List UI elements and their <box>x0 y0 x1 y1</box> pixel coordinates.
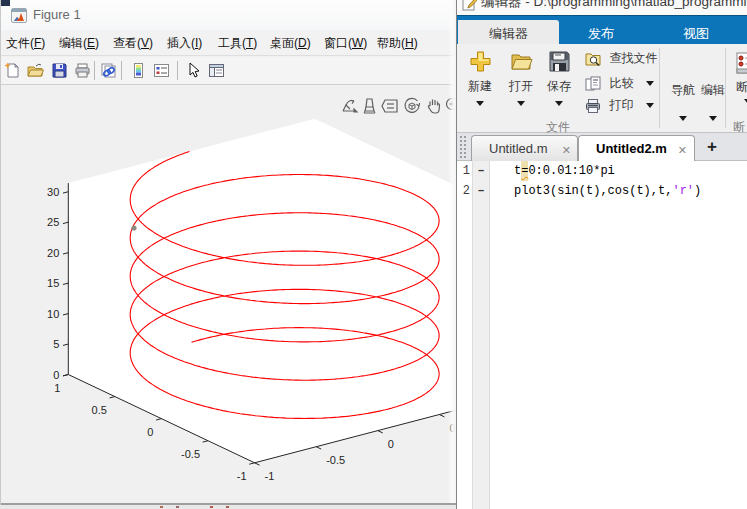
background-window-corner <box>1 0 10 6</box>
rotate3d-icon[interactable] <box>405 98 420 112</box>
ribbon-group-separator <box>725 48 726 128</box>
figure-window: Figure 1 文件(F) 编辑(E) 查看(V) 插入(I) 工具(T) 桌… <box>0 0 456 505</box>
legend-icon[interactable] <box>153 62 170 79</box>
new-tab-button[interactable]: + <box>700 136 724 159</box>
print-button[interactable]: 打印 <box>585 96 654 114</box>
datatip-icon[interactable] <box>382 100 397 112</box>
menu-window[interactable]: 窗口(W) <box>324 35 367 52</box>
menu-help[interactable]: 帮助(H) <box>377 35 418 52</box>
taskbar-speck <box>176 506 179 508</box>
edit-button[interactable]: 编辑 <box>699 82 727 121</box>
printer-icon <box>585 98 601 114</box>
ribbon-group-separator <box>659 48 660 128</box>
ribbon-tab-bar: 编辑器 发布 视图 <box>457 15 747 44</box>
link-plot-icon[interactable] <box>100 62 117 79</box>
taskbar-speck <box>226 506 229 508</box>
breakpoints-icon <box>736 52 747 76</box>
save-floppy-icon <box>548 50 571 73</box>
code-line-1: t=0:0.01:10*pi <box>514 164 615 178</box>
file-tab-untitled[interactable]: Untitled.m ✕ <box>471 135 578 161</box>
tick-label: 0 <box>53 369 59 381</box>
menu-desktop[interactable]: 桌面(D) <box>270 35 311 52</box>
save-icon[interactable] <box>51 62 68 79</box>
tick-label: 25 <box>47 216 59 228</box>
save-button[interactable]: 保存 <box>538 50 580 106</box>
figure-titlebar[interactable]: Figure 1 <box>1 0 456 30</box>
open-button[interactable]: 打开 <box>500 50 542 106</box>
tick-label: 0.5 <box>92 404 107 416</box>
print-icon[interactable] <box>74 62 91 79</box>
taskbar-speck <box>210 506 213 508</box>
compare-button[interactable]: 比较 <box>585 74 654 92</box>
editor-icon <box>462 0 477 11</box>
ribbon-toolbar: 新建 打开 保存 <box>457 44 747 133</box>
code-editor[interactable]: 1 – t=0:0.01:10*pi 2 – plot3(sin(t),cos(… <box>457 161 747 509</box>
tick-label: -1 <box>237 470 247 482</box>
tick-label: -1 <box>265 470 275 482</box>
tick-label: -0.5 <box>181 448 200 460</box>
new-button[interactable]: 新建 <box>459 50 501 106</box>
string-literal: 'r' <box>672 184 694 198</box>
figure-canvas[interactable]: 10.50-0.5-1-1-0.500.51051015202530 <box>1 86 457 503</box>
toolbar-separator <box>121 61 122 80</box>
tick-label: 0 <box>388 438 394 450</box>
figure-menubar: 文件(F) 编辑(E) 查看(V) 插入(I) 工具(T) 桌面(D) 窗口(W… <box>1 30 456 56</box>
executable-line-dash[interactable]: – <box>474 164 488 178</box>
open-folder-icon <box>510 50 533 73</box>
taskbar-speck <box>160 506 163 508</box>
tick-label: -0.5 <box>326 454 345 466</box>
new-figure-icon[interactable] <box>4 62 21 79</box>
property-inspector-icon[interactable] <box>208 62 225 79</box>
ribbon-tab-view[interactable]: 视图 <box>683 25 709 43</box>
helix-3d-plot: 10.50-0.5-1-1-0.500.51051015202530 <box>1 86 457 503</box>
new-plus-icon <box>469 50 492 73</box>
menu-file[interactable]: 文件(F) <box>6 35 45 52</box>
menu-tools[interactable]: 工具(T) <box>218 35 257 52</box>
line-number: 1 <box>457 164 470 178</box>
chevron-down-icon <box>476 101 484 106</box>
chevron-down-icon <box>517 101 525 106</box>
breakpoint-gutter[interactable] <box>472 161 490 509</box>
tick-label: 30 <box>47 186 59 198</box>
navigate-button[interactable]: 导航 <box>669 82 697 121</box>
colorbar-icon[interactable] <box>130 62 147 79</box>
dock-grip[interactable] <box>459 135 467 159</box>
menu-insert[interactable]: 插入(I) <box>167 35 202 52</box>
axes-toolbar <box>341 97 457 117</box>
menu-edit[interactable]: 编辑(E) <box>59 35 99 52</box>
find-files-button[interactable]: 查找文件 <box>585 49 657 67</box>
line-number: 2 <box>457 184 470 198</box>
chevron-down-icon <box>679 116 687 121</box>
file-tab-untitled2[interactable]: Untitled2.m ✕ <box>578 135 695 162</box>
close-icon[interactable]: ✕ <box>562 144 571 157</box>
editor-titlebar[interactable]: 编辑器 - D:\programming\matlab_programming\ <box>457 0 747 15</box>
tick-label: 15 <box>47 277 59 289</box>
editor-window-title: 编辑器 - D:\programming\matlab_programming\ <box>481 0 747 11</box>
executable-line-dash[interactable]: – <box>474 184 488 198</box>
brush-icon[interactable] <box>364 99 375 113</box>
figure-window-title: Figure 1 <box>33 7 81 22</box>
ribbon-tab-editor[interactable]: 编辑器 <box>458 20 559 45</box>
menu-view[interactable]: 查看(V) <box>113 35 153 52</box>
close-icon[interactable]: ✕ <box>678 144 687 157</box>
chevron-down-icon <box>555 101 563 106</box>
document-tab-bar: Untitled.m ✕ Untitled2.m ✕ + <box>457 133 747 161</box>
pan-icon[interactable] <box>428 100 439 114</box>
marker-dot <box>131 225 136 230</box>
screen: Figure 1 文件(F) 编辑(E) 查看(V) 插入(I) 工具(T) 桌… <box>0 0 747 509</box>
breakpoints-button[interactable]: 断点 <box>733 52 747 104</box>
editor-window: 编辑器 - D:\programming\matlab_programming\… <box>456 0 747 509</box>
matlab-figure-icon <box>11 8 27 23</box>
ribbon-tab-publish[interactable]: 发布 <box>588 25 614 43</box>
find-files-icon <box>585 51 601 67</box>
edit-plot-icon[interactable] <box>185 62 202 79</box>
tick-label: 20 <box>47 247 59 259</box>
chevron-down-icon <box>709 116 717 121</box>
tick-label: 0 <box>147 426 153 438</box>
tick-label: 10 <box>47 308 59 320</box>
open-icon[interactable] <box>27 62 44 79</box>
figure-toolbar <box>1 57 456 85</box>
code-line-2: plot3(sin(t),cos(t),t,'r') <box>514 184 701 198</box>
export-icon[interactable] <box>343 100 357 112</box>
tick-label: 1 <box>54 382 60 394</box>
